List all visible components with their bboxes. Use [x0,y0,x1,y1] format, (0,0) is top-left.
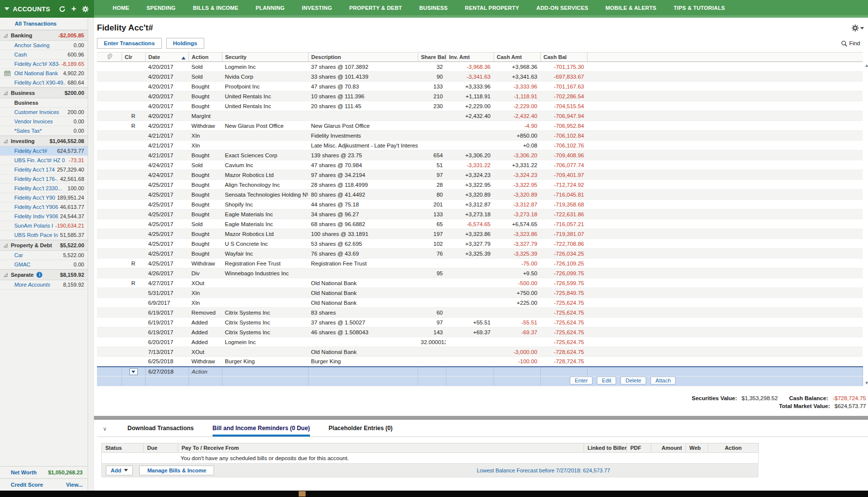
table-row[interactable]: 4/24/2017BoughtMazor Robotics Ltd97 shar… [97,170,863,180]
taskbar[interactable] [0,491,868,497]
attach-button[interactable]: Attach [651,377,676,384]
date-column-header[interactable]: Date [145,53,188,62]
credit-score-view-link[interactable]: View... [66,482,83,488]
table-row[interactable]: 4/25/2017SoldEagle Materials Inc68 share… [97,219,863,229]
sidebar-item-sunam-polaris-ii-p[interactable]: SunAm Polaris II P...-190,634.21 [0,221,88,231]
account-actions-gear-icon[interactable] [851,24,864,32]
table-row[interactable]: 4/21/2017XInLate Misc. Adjkustment - Lat… [97,141,863,150]
description-column-header[interactable]: Description [308,53,418,62]
nav-item-business[interactable]: BUSINESS [419,5,448,11]
add-reminder-button[interactable]: Add [106,466,133,475]
sidebar-item-fidelity-acc-t-x90-49[interactable]: Fidelity Acc't X90-49...680.64 [0,78,88,88]
table-row[interactable]: 6/9/2017XInOld National Bank+225.00-725,… [97,298,863,308]
sidebar-item-gmac[interactable]: GMAC0.00 [0,260,88,269]
cash-bal-column-header[interactable]: Cash Bal [540,53,587,62]
table-row[interactable]: R4/27/2017XOutOld National Bank-500.00-7… [97,278,863,288]
delete-button[interactable]: Delete [620,377,646,384]
edit-button[interactable]: Edit [597,377,616,384]
sidebar-item-old-national-bank[interactable]: Old National Bank4,902.20 [0,69,88,78]
tab-download-transactions[interactable]: Download Transactions [127,425,194,437]
table-row[interactable]: R4/25/2017WithdrawRegistration Fee Trust… [97,259,863,268]
sidebar-item-fidelity-indiv-y906[interactable]: Fidelity Indiv Y906...24,544.37 [0,212,88,221]
sidebar-item-car[interactable]: Car5,522.00 [0,251,88,260]
sidebar-item-fidelity-acc-t[interactable]: Fidelity Acc't#624,573.77 [0,146,88,156]
sidebar-item-more-accounts[interactable]: More Accounts8,159.92 [0,280,88,290]
nav-item-add-on-services[interactable]: ADD-ON SERVICES [536,5,588,11]
sidebar-item-fidelity-acc-t-x83-0[interactable]: Fidelity Acc't# X83-0...-8,189.65 [0,59,88,69]
nav-item-property-debt[interactable]: PROPERTY & DEBT [349,5,402,11]
action-column-header[interactable]: Action [188,53,222,62]
taskbar-app-icon[interactable] [299,491,306,497]
table-row[interactable]: 4/20/2017BoughtProofpoint Inc47 shares @… [97,82,863,91]
table-row[interactable]: R4/20/2017MargInt+2,432.40-2,432.40-706,… [97,111,863,121]
holdings-button[interactable]: Holdings [166,38,204,49]
table-row[interactable]: 6/19/2017RemovedCitrix Systems Inc83 sha… [97,308,863,318]
table-row[interactable]: 6/25/2018WithdrawBurger KingBurger King-… [97,357,863,367]
find-control[interactable]: Find [841,40,860,47]
sidebar-item-vendor-invoices[interactable]: Vendor Invoices0.00 [0,117,88,126]
scroll-down-arrow[interactable]: ▼ [864,380,868,385]
table-row[interactable]: 4/21/2017XInFidelity Investments+850.00-… [97,131,863,141]
nav-item-tips-tutorials[interactable]: TIPS & TUTORIALS [674,5,725,11]
table-row[interactable]: 4/25/2017BoughtEagle Materials Inc34 sha… [97,209,863,219]
nav-item-mobile-alerts[interactable]: MOBILE & ALERTS [605,5,656,11]
table-row[interactable]: 4/20/2017BoughtUnited Rentals Inc20 shar… [97,101,863,111]
settings-gear-icon[interactable] [82,5,89,13]
sidebar-item-cash[interactable]: Cash600.96 [0,50,88,59]
credit-score-row[interactable]: Credit Score View... [0,478,88,491]
panel-splitter[interactable] [94,416,868,420]
table-row[interactable]: 4/21/2017BoughtExact Sciences Corp139 sh… [97,150,863,160]
security-column-header[interactable]: Security [222,53,308,62]
enter-button[interactable]: Enter [570,377,592,384]
table-row[interactable]: 4/24/2017SoldCavium Inc47 shares @ 70.98… [97,160,863,170]
action-dropdown-button[interactable] [129,368,138,375]
attachment-column-header[interactable] [97,53,122,62]
table-row[interactable]: 4/20/2017SoldLogmein Inc37 shares @ 107.… [97,62,863,72]
table-row[interactable]: 4/26/2017DivWinnebago Industries Inc95+9… [97,268,863,278]
info-icon[interactable]: i [36,272,42,278]
table-row[interactable]: 4/25/2017BoughtShopify Inc44 shares @ 75… [97,200,863,209]
sidebar-group-investing[interactable]: Investing$1,046,552.08 [0,136,88,146]
table-row[interactable]: 4/20/2017BoughtUnited Rentals Inc10 shar… [97,91,863,101]
sidebar-item-fidelity-acc-t-174[interactable]: Fidelity Acc't 174-...257,329.40 [0,165,88,175]
manage-bills-income-button[interactable]: Manage Bills & Income [139,466,214,475]
table-row[interactable]: 4/25/2017BoughtU S Concrete Inc53 shares… [97,239,863,249]
tab-placeholder-entries[interactable]: Placeholder Entries (0) [329,425,393,437]
sidebar-item-fidelity-acc-t-176[interactable]: Fidelity Acc't 176-...42,561.68 [0,175,88,184]
new-transaction-row[interactable]: 6/27/2018Action [97,367,863,377]
sidebar-item-ubs-fin-acc-t-hz-0[interactable]: UBS Fin. Acc't# HZ 0-73.31 [0,156,88,165]
nav-item-bills-income[interactable]: BILLS & INCOME [193,5,239,11]
sidebar-item-sales-tax[interactable]: *Sales Tax*0.00 [0,126,88,136]
accounts-caret-icon[interactable] [4,7,9,10]
refresh-icon[interactable] [59,5,66,13]
nav-item-planning[interactable]: PLANNING [256,5,285,11]
sidebar-item-fidelity-acc-t-y906[interactable]: Fidelity Acc't Y906...46,613.77 [0,203,88,212]
table-row[interactable]: 6/20/2017AddedLogmein Inc32.000013-725,6… [97,337,863,347]
nav-item-spending[interactable]: SPENDING [147,5,176,11]
accounts-title[interactable]: ACCOUNTS [13,5,50,13]
nav-item-investing[interactable]: INVESTING [302,5,332,11]
table-row[interactable]: 4/25/2017BoughtWayfair Inc76 shares @ 43… [97,249,863,259]
table-row[interactable]: R4/20/2017WithdrawNew Glarus Post Office… [97,121,863,131]
table-row[interactable]: 7/13/2017XOutOld National Bank-3,000.00-… [97,347,863,357]
nav-item-rental-property[interactable]: RENTAL PROPERTY [465,5,519,11]
lowest-balance-forecast-link[interactable]: Lowest Balance Forecast before 7/27/2018… [477,468,610,473]
new-transaction-row-2[interactable] [97,377,863,386]
enter-transactions-button[interactable]: Enter Transactions [97,38,162,49]
table-row[interactable]: 6/19/2017AddedCitrix Systems Inc46 share… [97,327,863,337]
sidebar-group-banking[interactable]: Banking-$2,005.85 [0,30,88,41]
sidebar-item-anchor-saving[interactable]: Anchor Saving0.00 [0,41,88,50]
table-row[interactable]: 4/20/2017SoldNvida Corp33 shares @ 101.4… [97,72,863,82]
table-row[interactable]: 4/25/2017BoughtMazor Robotics Ltd100 sha… [97,229,863,239]
table-row[interactable]: 4/25/2017BoughtAlign Techonology Inc28 s… [97,180,863,190]
cash-amt-column-header[interactable]: Cash Amt [494,53,540,62]
table-row[interactable]: 6/19/2017AddedCitrix Systems Inc37 share… [97,318,863,327]
sidebar-item-fidelity-acc-t-2330[interactable]: Fidelity Acc't 2330...100.00 [0,184,88,193]
sidebar-group-separate[interactable]: Separatei$8,159.92 [0,269,88,280]
nav-item-home[interactable]: HOME [113,5,129,11]
scroll-up-arrow[interactable]: ▲ [864,63,868,68]
sidebar-item-fidelity-acc-t-y906[interactable]: Fidelity Acc't Y906...189,951.24 [0,193,88,203]
sidebar-item-all-transactions[interactable]: All Transactions [0,18,88,30]
sidebar-item-customer-invoices[interactable]: Customer Invoices200.00 [0,108,88,117]
table-row[interactable]: 4/25/2017BoughtSensata Technologies Hold… [97,190,863,200]
